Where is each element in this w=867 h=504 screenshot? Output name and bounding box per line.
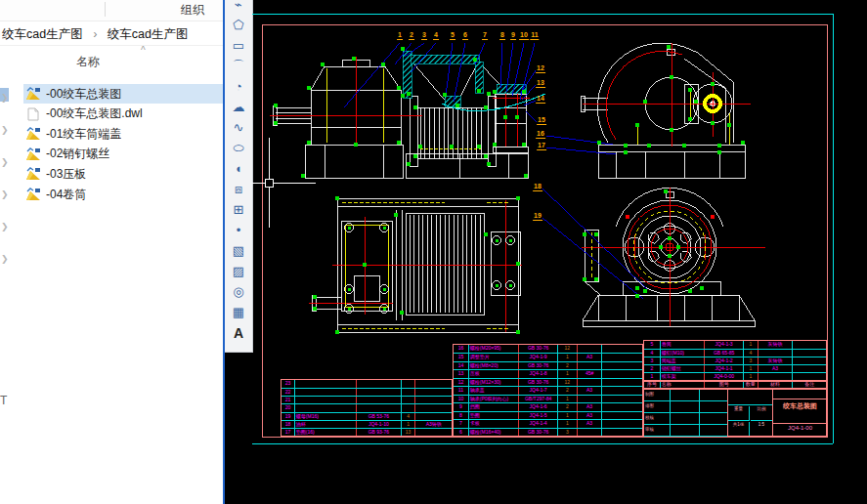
point-icon[interactable]: •	[225, 220, 252, 240]
hatch-icon[interactable]: ▧	[225, 240, 252, 261]
ellipse-arc-icon[interactable]: ◖	[225, 158, 252, 179]
spline-icon[interactable]: ∿	[225, 117, 252, 138]
file-list-item[interactable]: -03压板	[23, 164, 223, 184]
bom-cell-qty: 1	[558, 420, 578, 427]
bom-cell-qty	[402, 380, 416, 388]
name-column-header[interactable]: 名称	[76, 54, 100, 70]
rectangle-icon[interactable]: ▭	[225, 35, 252, 56]
file-list-item[interactable]: -04卷筒	[23, 185, 223, 204]
drawing-number: JQ4-1-00	[772, 425, 828, 431]
signature-row: 校核	[644, 413, 727, 425]
bom-cell-std: JQ4-1-8	[519, 370, 558, 377]
bom-row: 5卷筒JQ4-1-31灰铸铁	[644, 341, 826, 349]
bom-cell-seq: 3	[644, 357, 661, 364]
bom-cell-seq: 1	[644, 373, 661, 380]
bom-cell-std: GB 93-76	[357, 429, 401, 436]
bom-row: 9挡圈JQ4-1-62A3	[454, 402, 642, 410]
bom-cell-seq: 15	[454, 354, 469, 360]
breadcrumb: 绞车cad生产图 › 绞车cad生产图	[0, 21, 223, 46]
revision-cloud-icon[interactable]: ☁	[225, 97, 252, 117]
tree-expand-arrow-icon[interactable]: ❯	[1, 93, 9, 103]
bom-cell-remark	[602, 354, 642, 360]
bom-cell-std: 图号	[705, 382, 744, 388]
bom-cell-std: GB 30-76	[519, 379, 558, 386]
tree-expand-arrow-icon[interactable]: ❯	[1, 189, 9, 199]
drawing-title: 绞车总装图	[772, 401, 828, 411]
multiline-text-icon[interactable]: A	[225, 322, 252, 343]
bom-row: 11轴承盖JQ4-1-72A3	[454, 386, 642, 394]
file-list-item[interactable]: -00绞车总装图.dwl	[23, 105, 223, 124]
file-list-item[interactable]: -01绞车筒端盖	[23, 124, 223, 144]
arc-icon[interactable]: ⌒	[225, 56, 252, 76]
bom-cell-qty: 3	[558, 429, 578, 436]
bom-cell-name: 卡板	[469, 420, 519, 427]
bom-cell-mat: 灰铸铁	[759, 357, 794, 364]
region-icon[interactable]: ◎	[225, 281, 252, 302]
bom-row: 14螺栓(M8×20)GB 30-762	[454, 361, 642, 369]
breadcrumb-segment-1[interactable]: 绞车cad生产图	[2, 26, 83, 43]
signature-label: 审核	[645, 427, 654, 432]
bom-row: 6螺栓(M16×40)GB 30-763	[454, 428, 642, 436]
bom-cell-qty: 12	[558, 379, 578, 386]
bom-cell-remark	[793, 341, 826, 349]
bom-row: 23	[282, 380, 452, 388]
title-block: 制图 描图 校核 审核 重量 比例 共1张 1:5 绞车总装图 JQ4-1-00	[643, 389, 827, 437]
bom-cell-seq: 6	[454, 429, 469, 436]
bom-cell-seq: 17	[282, 429, 295, 436]
polyline-icon[interactable]: ⌁	[225, 0, 252, 15]
bom-cell-remark	[602, 379, 642, 386]
balloon-label-6: 6	[462, 31, 468, 40]
make-block-icon[interactable]: ⊞	[225, 199, 252, 220]
bom-cell-mat: 45#	[578, 370, 603, 377]
bom-cell-mat	[415, 380, 452, 388]
bom-cell-qty: 2	[558, 362, 578, 369]
organize-button[interactable]: 组织	[181, 2, 204, 19]
gradient-icon[interactable]: ▨	[225, 261, 252, 281]
file-list-item[interactable]: -00绞车总装图	[23, 84, 223, 104]
bom-cell-mat: A3	[578, 354, 603, 360]
balloon-label-9: 9	[510, 31, 516, 40]
bom-row: 1绞车架JQ4-0-001	[644, 372, 826, 380]
file-name-label: -02销钉螺丝	[46, 146, 109, 162]
tree-expand-arrow-icon[interactable]: ❯	[1, 157, 9, 167]
bom-cell-std: JQ4-0-00	[705, 373, 744, 380]
bom-cell-seq: 12	[454, 379, 469, 386]
tree-expand-arrow-icon[interactable]: ❯	[1, 222, 9, 231]
circle-icon[interactable]: ◔	[225, 76, 252, 97]
bom-cell-qty: 3	[744, 357, 759, 364]
breadcrumb-separator-icon: ›	[93, 27, 97, 41]
signature-label: 制图	[645, 392, 654, 397]
bom-cell-std: JQ4-1-2	[705, 357, 744, 364]
balloon-label-11: 11	[530, 31, 539, 40]
dwg-file-icon	[25, 87, 41, 101]
bom-cell-name: 油杯	[295, 421, 357, 428]
bom-cell-remark	[793, 365, 826, 372]
bom-cell-qty: 2	[558, 387, 578, 394]
bom-row: 18油杯JQ4-1-101A3铸铁	[282, 420, 452, 428]
tree-expand-arrow-icon[interactable]: ❯	[1, 254, 9, 264]
bom-cell-qty: 2	[558, 403, 578, 410]
bom-cell-qty: 1	[558, 412, 578, 419]
file-explorer-panel: 组织 绞车cad生产图 › 绞车cad生产图 ^ 名称 -00绞车总装图-00绞…	[0, 0, 224, 504]
bom-cell-std	[357, 380, 401, 388]
tree-expand-arrow-icon[interactable]: ❯	[1, 125, 9, 135]
bom-cell-mat	[759, 373, 794, 380]
bom-cell-std: GB 53-76	[357, 413, 401, 420]
ellipse-icon[interactable]: ⬭	[225, 138, 252, 158]
breadcrumb-segment-2[interactable]: 绞车cad生产图	[108, 26, 189, 43]
insert-block-icon[interactable]: ⧈	[225, 179, 252, 199]
file-list-item[interactable]: -02销钉螺丝	[23, 145, 223, 164]
dwg-file-icon	[25, 188, 41, 201]
bom-cell-name	[295, 389, 357, 396]
polygon-icon[interactable]: ⬠	[225, 15, 252, 35]
sort-indicator-icon[interactable]: ^	[141, 45, 146, 56]
bom-cell-mat	[415, 404, 452, 411]
bom-row: 20	[282, 403, 452, 411]
balloon-label-18: 18	[533, 183, 542, 191]
bom-cell-mat: A3	[759, 365, 794, 372]
bom-cell-name: 螺栓(M8×20)	[469, 362, 519, 369]
bom-row: 2销钉螺丝JQ4-1-11A3	[644, 364, 826, 372]
table-icon[interactable]: ▦	[225, 302, 252, 322]
bom-row: 16螺栓(M20×95)GB 30-7612	[454, 345, 642, 353]
balloon-label-8: 8	[499, 31, 505, 40]
